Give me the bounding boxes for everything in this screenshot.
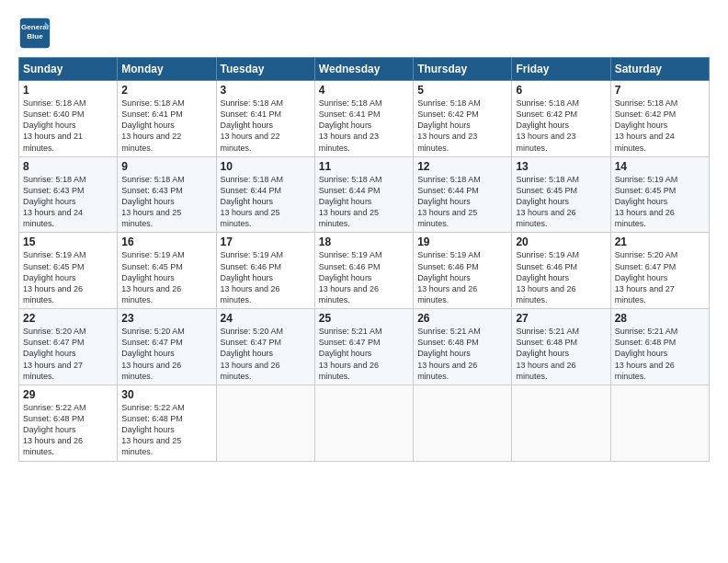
calendar-cell: 23Sunrise: 5:20 AMSunset: 6:47 PMDayligh… [118, 309, 216, 385]
day-number: 14 [615, 160, 705, 173]
calendar-cell: 1Sunrise: 5:18 AMSunset: 6:40 PMDaylight… [19, 81, 118, 157]
calendar-cell: 14Sunrise: 5:19 AMSunset: 6:45 PMDayligh… [610, 156, 709, 233]
day-number: 28 [615, 312, 705, 325]
calendar-cell [414, 385, 512, 461]
weekday-header: Tuesday [216, 58, 314, 81]
calendar-cell: 13Sunrise: 5:18 AMSunset: 6:45 PMDayligh… [512, 156, 610, 233]
cell-info: Sunrise: 5:21 AMSunset: 6:47 PMDaylight … [319, 326, 409, 382]
calendar-week-row: 29Sunrise: 5:22 AMSunset: 6:48 PMDayligh… [19, 385, 710, 461]
calendar-week-row: 1Sunrise: 5:18 AMSunset: 6:40 PMDaylight… [19, 81, 710, 157]
day-number: 23 [121, 312, 211, 325]
cell-info: Sunrise: 5:19 AMSunset: 6:46 PMDaylight … [516, 249, 606, 305]
calendar-cell: 2Sunrise: 5:18 AMSunset: 6:41 PMDaylight… [118, 81, 216, 157]
day-number: 25 [319, 312, 409, 325]
logo-icon: General Blue [18, 17, 51, 50]
cell-info: Sunrise: 5:18 AMSunset: 6:41 PMDaylight … [319, 98, 409, 154]
cell-info: Sunrise: 5:18 AMSunset: 6:44 PMDaylight … [417, 174, 507, 230]
calendar-cell [314, 385, 413, 461]
day-number: 16 [121, 236, 211, 248]
day-number: 7 [615, 84, 705, 97]
cell-info: Sunrise: 5:21 AMSunset: 6:48 PMDaylight … [615, 326, 705, 382]
calendar-cell: 21Sunrise: 5:20 AMSunset: 6:47 PMDayligh… [610, 233, 709, 309]
calendar-cell [512, 385, 610, 461]
day-number: 18 [319, 236, 409, 248]
day-number: 26 [417, 312, 507, 325]
calendar-cell: 29Sunrise: 5:22 AMSunset: 6:48 PMDayligh… [19, 385, 118, 461]
calendar-cell: 18Sunrise: 5:19 AMSunset: 6:46 PMDayligh… [314, 233, 413, 309]
day-number: 17 [221, 236, 311, 248]
cell-info: Sunrise: 5:19 AMSunset: 6:46 PMDaylight … [221, 249, 311, 305]
calendar-cell: 10Sunrise: 5:18 AMSunset: 6:44 PMDayligh… [216, 156, 314, 233]
calendar-cell: 28Sunrise: 5:21 AMSunset: 6:48 PMDayligh… [610, 309, 709, 385]
cell-info: Sunrise: 5:18 AMSunset: 6:43 PMDaylight … [23, 174, 113, 230]
calendar-cell [610, 385, 709, 461]
day-number: 24 [221, 312, 311, 325]
calendar-cell: 5Sunrise: 5:18 AMSunset: 6:42 PMDaylight… [414, 81, 512, 157]
cell-info: Sunrise: 5:18 AMSunset: 6:40 PMDaylight … [23, 98, 113, 154]
cell-info: Sunrise: 5:20 AMSunset: 6:47 PMDaylight … [121, 326, 211, 382]
calendar-cell: 15Sunrise: 5:19 AMSunset: 6:45 PMDayligh… [19, 233, 118, 309]
cell-info: Sunrise: 5:19 AMSunset: 6:45 PMDaylight … [121, 249, 211, 305]
day-number: 8 [23, 160, 113, 173]
calendar-week-row: 8Sunrise: 5:18 AMSunset: 6:43 PMDaylight… [19, 156, 710, 233]
weekday-header: Monday [118, 58, 216, 81]
cell-info: Sunrise: 5:18 AMSunset: 6:41 PMDaylight … [121, 98, 211, 154]
calendar-table: SundayMondayTuesdayWednesdayThursdayFrid… [18, 57, 710, 462]
day-number: 30 [121, 388, 211, 401]
calendar-header: SundayMondayTuesdayWednesdayThursdayFrid… [19, 58, 710, 81]
calendar-cell: 24Sunrise: 5:20 AMSunset: 6:47 PMDayligh… [216, 309, 314, 385]
cell-info: Sunrise: 5:21 AMSunset: 6:48 PMDaylight … [417, 326, 507, 382]
cell-info: Sunrise: 5:19 AMSunset: 6:45 PMDaylight … [23, 249, 113, 305]
calendar-week-row: 15Sunrise: 5:19 AMSunset: 6:45 PMDayligh… [19, 233, 710, 309]
weekday-header: Friday [512, 58, 610, 81]
calendar-cell: 19Sunrise: 5:19 AMSunset: 6:46 PMDayligh… [414, 233, 512, 309]
day-number: 22 [23, 312, 113, 325]
cell-info: Sunrise: 5:18 AMSunset: 6:45 PMDaylight … [516, 174, 606, 230]
day-number: 10 [221, 160, 311, 173]
day-number: 15 [23, 236, 113, 248]
calendar-cell: 4Sunrise: 5:18 AMSunset: 6:41 PMDaylight… [314, 81, 413, 157]
cell-info: Sunrise: 5:18 AMSunset: 6:42 PMDaylight … [615, 98, 705, 154]
calendar-week-row: 22Sunrise: 5:20 AMSunset: 6:47 PMDayligh… [19, 309, 710, 385]
calendar-cell: 27Sunrise: 5:21 AMSunset: 6:48 PMDayligh… [512, 309, 610, 385]
day-number: 2 [121, 84, 211, 97]
calendar-cell: 22Sunrise: 5:20 AMSunset: 6:47 PMDayligh… [19, 309, 118, 385]
day-number: 29 [23, 388, 113, 401]
day-number: 3 [221, 84, 311, 97]
day-number: 27 [516, 312, 606, 325]
calendar-cell: 9Sunrise: 5:18 AMSunset: 6:43 PMDaylight… [118, 156, 216, 233]
weekday-header: Saturday [610, 58, 709, 81]
cell-info: Sunrise: 5:19 AMSunset: 6:45 PMDaylight … [615, 174, 705, 230]
calendar-cell: 17Sunrise: 5:19 AMSunset: 6:46 PMDayligh… [216, 233, 314, 309]
weekday-header: Sunday [19, 58, 118, 81]
cell-info: Sunrise: 5:22 AMSunset: 6:48 PMDaylight … [23, 402, 113, 458]
calendar-cell: 20Sunrise: 5:19 AMSunset: 6:46 PMDayligh… [512, 233, 610, 309]
day-number: 5 [417, 84, 507, 97]
calendar-cell: 11Sunrise: 5:18 AMSunset: 6:44 PMDayligh… [314, 156, 413, 233]
day-number: 11 [319, 160, 409, 173]
day-number: 4 [319, 84, 409, 97]
calendar-cell: 26Sunrise: 5:21 AMSunset: 6:48 PMDayligh… [414, 309, 512, 385]
calendar-cell: 6Sunrise: 5:18 AMSunset: 6:42 PMDaylight… [512, 81, 610, 157]
day-number: 21 [615, 236, 705, 248]
cell-info: Sunrise: 5:21 AMSunset: 6:48 PMDaylight … [516, 326, 606, 382]
cell-info: Sunrise: 5:18 AMSunset: 6:44 PMDaylight … [221, 174, 311, 230]
calendar-cell: 25Sunrise: 5:21 AMSunset: 6:47 PMDayligh… [314, 309, 413, 385]
cell-info: Sunrise: 5:18 AMSunset: 6:41 PMDaylight … [221, 98, 311, 154]
day-number: 12 [417, 160, 507, 173]
cell-info: Sunrise: 5:20 AMSunset: 6:47 PMDaylight … [221, 326, 311, 382]
cell-info: Sunrise: 5:22 AMSunset: 6:48 PMDaylight … [121, 402, 211, 458]
calendar-cell: 3Sunrise: 5:18 AMSunset: 6:41 PMDaylight… [216, 81, 314, 157]
day-number: 1 [23, 84, 113, 97]
calendar-cell: 8Sunrise: 5:18 AMSunset: 6:43 PMDaylight… [19, 156, 118, 233]
page: General Blue SundayMondayTuesdayWednesda… [0, 0, 728, 563]
svg-text:Blue: Blue [27, 32, 43, 40]
cell-info: Sunrise: 5:18 AMSunset: 6:44 PMDaylight … [319, 174, 409, 230]
logo: General Blue [18, 17, 55, 50]
cell-info: Sunrise: 5:19 AMSunset: 6:46 PMDaylight … [417, 249, 507, 305]
day-number: 20 [516, 236, 606, 248]
svg-text:General: General [21, 23, 49, 31]
cell-info: Sunrise: 5:18 AMSunset: 6:42 PMDaylight … [516, 98, 606, 154]
calendar-cell: 7Sunrise: 5:18 AMSunset: 6:42 PMDaylight… [610, 81, 709, 157]
calendar-body: 1Sunrise: 5:18 AMSunset: 6:40 PMDaylight… [19, 81, 710, 462]
